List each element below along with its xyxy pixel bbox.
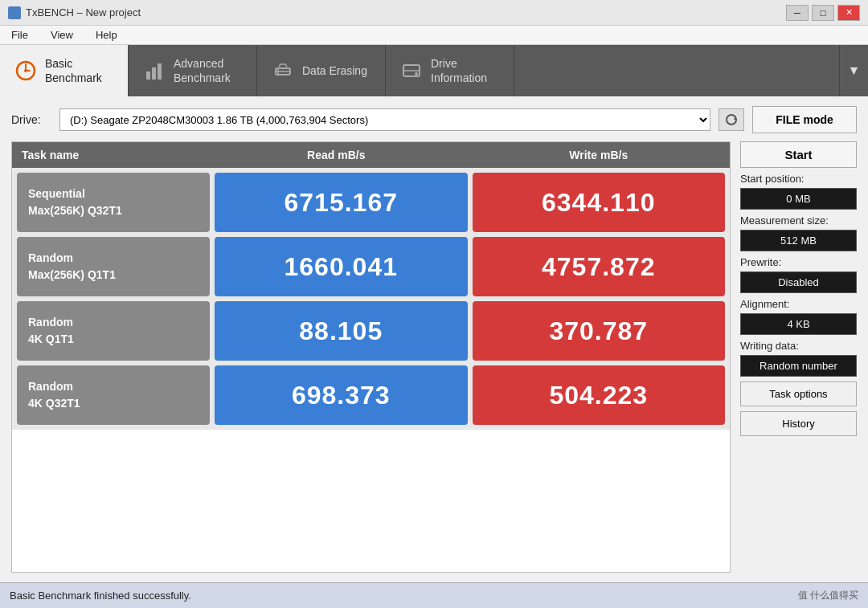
table-body: SequentialMax(256K) Q32T1 6715.167 6344.… [12, 168, 730, 430]
tab-drive-information[interactable]: DriveInformation [386, 45, 514, 96]
tab-more-button[interactable]: ▼ [839, 45, 868, 96]
menu-view[interactable]: View [46, 27, 78, 43]
task-options-button[interactable]: Task options [740, 382, 857, 406]
table-row: RandomMax(256K) Q1T1 1660.041 4757.872 [17, 237, 725, 296]
measurement-size-label: Measurement size: [740, 214, 857, 226]
title-bar-left: TxBENCH – New project [8, 6, 141, 19]
tab-data-erasing[interactable]: Data Erasing [257, 45, 386, 96]
window-title: TxBENCH – New project [26, 6, 141, 18]
tab-drive-label: DriveInformation [431, 56, 487, 85]
tab-basic-label: BasicBenchmark [45, 56, 102, 85]
main-content: Drive: (D:) Seagate ZP2048CM30003 1.86 T… [0, 96, 868, 582]
start-position-value: 0 MB [740, 188, 857, 210]
write-value-2: 4757.872 [473, 237, 726, 296]
col-write: Write mB/s [468, 142, 731, 168]
tab-basic-benchmark[interactable]: BasicBenchmark [0, 45, 129, 96]
table-row: Random4K Q1T1 88.105 370.787 [17, 301, 725, 361]
clock-icon [14, 59, 37, 82]
drive-refresh-button[interactable] [719, 108, 744, 131]
maximize-button[interactable]: □ [812, 5, 834, 21]
watermark: 值 什么值得买 [798, 589, 858, 602]
start-button[interactable]: Start [740, 141, 857, 168]
sidebar: Start Start position: 0 MB Measurement s… [740, 141, 857, 573]
writing-data-label: Writing data: [740, 340, 857, 352]
table-row: SequentialMax(256K) Q32T1 6715.167 6344.… [17, 173, 725, 232]
col-read: Read mB/s [205, 142, 468, 168]
writing-data-value: Random number [740, 355, 857, 377]
table-header: Task name Read mB/s Write mB/s [12, 142, 730, 168]
minimize-button[interactable]: ─ [786, 5, 809, 21]
svg-point-11 [415, 72, 418, 75]
svg-rect-5 [152, 67, 156, 80]
tab-erasing-label: Data Erasing [302, 63, 367, 78]
start-position-label: Start position: [740, 173, 857, 185]
write-value-3: 370.787 [473, 301, 726, 361]
svg-rect-6 [158, 63, 162, 80]
drive-label: Drive: [11, 113, 51, 126]
file-mode-button[interactable]: FILE mode [752, 106, 857, 133]
tab-advanced-benchmark[interactable]: AdvancedBenchmark [129, 45, 257, 96]
measurement-size-value: 512 MB [740, 230, 857, 251]
menu-file[interactable]: File [6, 27, 33, 43]
writing-data-section: Writing data: Random number [740, 340, 857, 377]
alignment-value: 4 KB [740, 313, 857, 335]
read-value-4: 698.373 [215, 365, 468, 425]
task-name-2: RandomMax(256K) Q1T1 [17, 237, 210, 296]
drive-select[interactable]: (D:) Seagate ZP2048CM30003 1.86 TB (4,00… [59, 108, 710, 131]
task-name-4: Random4K Q32T1 [17, 365, 210, 425]
tab-bar: BasicBenchmark AdvancedBenchmark Data Er… [0, 45, 868, 96]
measurement-size-section: Measurement size: 512 MB [740, 214, 857, 251]
app-icon [8, 6, 21, 19]
task-name-1: SequentialMax(256K) Q32T1 [17, 173, 210, 232]
tab-advanced-label: AdvancedBenchmark [174, 56, 231, 85]
alignment-label: Alignment: [740, 298, 857, 310]
drive-icon [400, 59, 423, 82]
col-task-name: Task name [12, 142, 205, 168]
drive-row: Drive: (D:) Seagate ZP2048CM30003 1.86 T… [11, 106, 857, 133]
svg-rect-4 [146, 71, 150, 80]
menu-bar: File View Help [0, 26, 868, 45]
status-bar: Basic Benchmark finished successfully. 值… [0, 582, 868, 608]
prewrite-section: Prewrite: Disabled [740, 256, 857, 293]
history-button[interactable]: History [740, 411, 857, 436]
prewrite-label: Prewrite: [740, 256, 857, 268]
menu-help[interactable]: Help [91, 27, 122, 43]
read-value-1: 6715.167 [215, 173, 468, 232]
write-value-4: 504.223 [473, 365, 726, 425]
read-value-3: 88.105 [215, 301, 468, 361]
read-value-2: 1660.041 [215, 237, 468, 296]
prewrite-value: Disabled [740, 271, 857, 293]
content-area: Task name Read mB/s Write mB/s Sequentia… [11, 141, 857, 573]
title-bar-controls: ─ □ ✕ [786, 5, 860, 21]
erase-icon [272, 59, 294, 82]
task-name-3: Random4K Q1T1 [17, 301, 210, 361]
start-position-section: Start position: 0 MB [740, 173, 857, 210]
alignment-section: Alignment: 4 KB [740, 298, 857, 335]
benchmark-table: Task name Read mB/s Write mB/s Sequentia… [11, 141, 731, 573]
write-value-1: 6344.110 [473, 173, 726, 232]
chart-icon [143, 59, 166, 82]
title-bar: TxBENCH – New project ─ □ ✕ [0, 0, 868, 26]
status-message: Basic Benchmark finished successfully. [10, 590, 191, 602]
close-button[interactable]: ✕ [837, 5, 860, 21]
table-row: Random4K Q32T1 698.373 504.223 [17, 365, 725, 425]
